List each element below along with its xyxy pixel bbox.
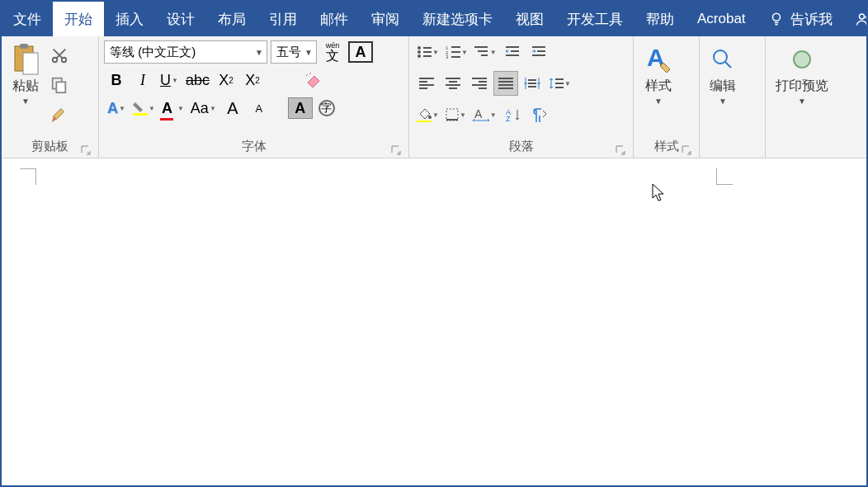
tab-mailings[interactable]: 邮件 <box>309 2 360 36</box>
svg-rect-36 <box>449 81 457 83</box>
tab-insert[interactable]: 插入 <box>104 2 155 36</box>
group-print-preview: 打印预览 ▼ <box>766 36 848 158</box>
underline-button[interactable]: U▼ <box>157 68 182 92</box>
svg-rect-23 <box>478 50 488 52</box>
pilcrow-icon <box>533 107 546 122</box>
tab-newtab[interactable]: 新建选项卡 <box>411 2 504 36</box>
align-left-button[interactable] <box>414 71 439 96</box>
svg-rect-26 <box>511 50 519 52</box>
svg-rect-22 <box>474 46 488 48</box>
shading-button[interactable]: ▼ <box>414 102 441 127</box>
styles-launcher[interactable] <box>681 144 692 156</box>
tell-me[interactable]: 告诉我 <box>757 2 844 36</box>
svg-rect-33 <box>419 84 434 86</box>
svg-rect-17 <box>451 46 460 48</box>
tab-references[interactable]: 引用 <box>257 2 309 36</box>
outdent-icon <box>506 45 521 59</box>
align-center-button[interactable] <box>441 71 465 96</box>
align-right-button[interactable] <box>467 71 492 96</box>
person-icon <box>856 12 868 26</box>
font-color-button[interactable]: A▼ <box>159 96 186 121</box>
tab-file[interactable]: 文件 <box>2 2 53 36</box>
multilevel-list-button[interactable]: ▼ <box>472 40 499 64</box>
print-preview-label: 打印预览 <box>776 78 828 95</box>
tab-home[interactable]: 开始 <box>53 2 104 36</box>
change-case-button[interactable]: Aa▼ <box>188 96 219 121</box>
italic-button[interactable]: I <box>130 68 155 92</box>
superscript-button[interactable]: X2 <box>240 68 265 92</box>
strikethrough-button[interactable]: abc <box>183 68 212 92</box>
tab-view[interactable]: 视图 <box>504 2 555 36</box>
clear-formatting-button[interactable] <box>301 68 326 92</box>
phonetic-guide-button[interactable]: wén文 <box>320 40 345 64</box>
svg-point-12 <box>417 50 421 54</box>
highlight-button[interactable]: ▼ <box>130 96 158 121</box>
tab-design[interactable]: 设计 <box>155 2 206 36</box>
borders-button[interactable]: ▼ <box>443 102 469 127</box>
svg-rect-15 <box>423 55 432 57</box>
sort-icon: AZ <box>506 108 521 121</box>
dropdown-icon: ▼ <box>21 97 30 106</box>
bullets-button[interactable]: ▼ <box>414 40 441 64</box>
format-painter-button[interactable] <box>48 104 71 125</box>
numbering-button[interactable]: 123▼ <box>443 40 470 64</box>
svg-rect-37 <box>446 84 460 86</box>
paragraph-launcher[interactable] <box>615 144 626 156</box>
tab-help[interactable]: 帮助 <box>634 2 686 36</box>
paste-label: 粘贴 <box>12 78 39 95</box>
character-border-button[interactable]: A <box>348 41 373 63</box>
grow-font-button[interactable]: A <box>220 96 245 121</box>
copy-button[interactable] <box>48 74 71 96</box>
tell-me-label: 告诉我 <box>790 10 833 29</box>
asian-layout-button[interactable]: A▼ <box>470 102 499 127</box>
font-launcher[interactable] <box>390 144 402 156</box>
print-preview-button[interactable]: 打印预览 ▼ <box>771 40 833 109</box>
subscript-button[interactable]: X2 <box>214 68 238 92</box>
circle-icon <box>789 43 815 76</box>
increase-indent-button[interactable] <box>527 40 552 64</box>
sort-button[interactable]: AZ <box>501 102 526 127</box>
cut-button[interactable] <box>48 45 71 66</box>
scissors-icon <box>50 46 68 64</box>
svg-point-61 <box>714 50 727 64</box>
clipboard-icon <box>12 43 40 76</box>
document-area[interactable] <box>3 160 865 484</box>
tab-developer[interactable]: 开发工具 <box>555 2 634 36</box>
font-name-combo[interactable]: 等线 (中文正文) ▼ <box>104 40 267 64</box>
tab-review[interactable]: 审阅 <box>360 2 411 36</box>
line-spacing-button[interactable]: ▼ <box>546 71 573 96</box>
share-button[interactable]: 共享 <box>844 2 868 36</box>
align-distributed-button[interactable] <box>520 71 545 96</box>
svg-point-62 <box>794 51 810 68</box>
tab-layout[interactable]: 布局 <box>206 2 257 36</box>
mouse-cursor-icon <box>652 183 667 203</box>
svg-point-14 <box>417 54 421 58</box>
svg-rect-19 <box>451 51 460 53</box>
paste-button[interactable]: 粘贴 ▼ <box>7 40 45 109</box>
clipboard-launcher[interactable] <box>80 144 92 156</box>
svg-rect-38 <box>449 87 457 89</box>
shrink-font-button[interactable]: A <box>247 96 271 121</box>
svg-rect-31 <box>419 78 434 79</box>
bold-button[interactable]: B <box>104 68 129 92</box>
svg-rect-42 <box>479 87 487 89</box>
align-left-icon <box>419 78 434 89</box>
styles-button[interactable]: A 样式 ▼ <box>639 40 678 109</box>
bullets-icon <box>417 45 432 59</box>
text-effects-button[interactable]: A▼ <box>104 96 129 121</box>
decrease-indent-button[interactable] <box>501 40 526 64</box>
svg-rect-48 <box>528 83 536 84</box>
search-icon <box>710 43 736 76</box>
svg-rect-8 <box>56 82 65 92</box>
styles-label: 样式 <box>645 78 672 95</box>
show-marks-button[interactable] <box>527 102 552 127</box>
svg-text:Z: Z <box>506 115 511 121</box>
font-size-combo[interactable]: 五号 ▼ <box>271 40 317 64</box>
copy-icon <box>50 76 68 94</box>
svg-rect-50 <box>555 78 564 80</box>
tab-acrobat[interactable]: Acrobat <box>686 2 757 36</box>
enclose-characters-button[interactable]: 字 <box>314 96 339 121</box>
character-shading-button[interactable]: A <box>288 97 313 119</box>
align-justify-button[interactable] <box>493 71 518 96</box>
editing-button[interactable]: 编辑 ▼ <box>705 40 741 109</box>
